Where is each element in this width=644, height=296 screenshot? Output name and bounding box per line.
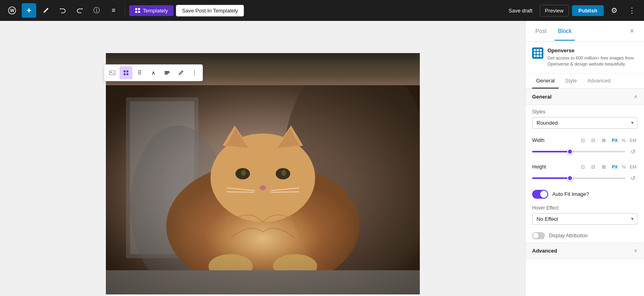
styles-select-wrapper: Rounded Square Circle <box>532 117 638 129</box>
width-slider[interactable] <box>532 151 625 152</box>
svg-rect-11 <box>126 73 128 75</box>
height-slider[interactable] <box>532 177 625 179</box>
hover-effect-select[interactable]: No Effect Fade Zoom Blur <box>532 213 638 225</box>
height-icon-2[interactable]: ⊟ <box>589 162 598 171</box>
width-row: Width ⊡ ⊟ ⊠ PX % EM ↺ <box>526 133 644 159</box>
settings-button[interactable]: ⚙ <box>607 3 621 18</box>
save-draft-button[interactable]: Save draft <box>505 5 537 16</box>
advanced-section-header[interactable]: Advanced ∨ <box>526 243 644 259</box>
width-units: PX % EM <box>611 138 638 143</box>
svg-text:W: W <box>10 8 14 13</box>
width-icon-1[interactable]: ⊡ <box>578 136 587 145</box>
height-icon-3[interactable]: ⊠ <box>599 162 608 171</box>
toolbar-divider <box>125 6 125 15</box>
image-container <box>106 53 420 294</box>
width-icon-2[interactable]: ⊟ <box>589 136 598 145</box>
auto-fit-row: Auto Fit Image? <box>526 186 644 203</box>
svg-rect-12 <box>165 71 169 72</box>
height-icons: ⊡ ⊟ ⊠ <box>578 162 608 171</box>
svg-rect-38 <box>106 85 420 294</box>
svg-rect-2 <box>135 8 137 10</box>
width-slider-row: ↺ <box>532 147 638 156</box>
pencil-button[interactable] <box>174 66 187 79</box>
sidebar-content: Openverse Get access to 600 million+ fre… <box>526 42 644 296</box>
advanced-section: Advanced ∨ <box>526 243 644 259</box>
save-templately-button[interactable]: Save Post In Templately <box>176 5 244 16</box>
cat-image[interactable] <box>106 85 420 294</box>
width-icon-3[interactable]: ⊠ <box>599 136 608 145</box>
styles-row: Styles Rounded Square Circle <box>526 105 644 133</box>
openverse-text: Openverse Get access to 600 million+ fre… <box>547 47 638 68</box>
move-up-button[interactable]: ∧ <box>147 66 160 79</box>
svg-rect-10 <box>124 73 126 75</box>
undo-button[interactable] <box>56 3 70 18</box>
advanced-tab-top[interactable]: Advanced <box>583 74 615 88</box>
post-tab[interactable]: Post <box>532 22 550 41</box>
openverse-promo: Openverse Get access to 600 million+ fre… <box>526 42 644 74</box>
openverse-icon <box>532 47 543 59</box>
general-section-header[interactable]: General ∧ <box>526 89 644 105</box>
sidebar: Post Block × <box>525 21 644 296</box>
general-tab[interactable]: General <box>532 74 559 88</box>
preview-button[interactable]: Preview <box>540 5 569 16</box>
add-block-button[interactable]: + <box>22 3 36 18</box>
dots-button[interactable]: ⠿ <box>133 66 146 79</box>
sidebar-close-button[interactable]: × <box>626 26 638 37</box>
publish-button[interactable]: Publish <box>572 5 604 16</box>
svg-rect-14 <box>165 74 168 74</box>
templately-button[interactable]: Templately <box>129 5 173 16</box>
attribution-toggle[interactable] <box>532 232 545 239</box>
styles-select[interactable]: Rounded Square Circle <box>532 117 638 129</box>
edit-button[interactable] <box>39 3 53 18</box>
main-area: ⠿ ∧ ⋮ <box>0 21 644 296</box>
height-reset-button[interactable]: ↺ <box>629 174 638 183</box>
svg-rect-5 <box>138 11 140 13</box>
width-unit-em[interactable]: EM <box>629 138 638 143</box>
general-chevron-icon: ∧ <box>634 94 638 99</box>
width-header: Width ⊡ ⊟ ⊠ PX % EM <box>532 136 638 145</box>
width-reset-button[interactable]: ↺ <box>629 147 638 156</box>
grid-view-button[interactable] <box>120 66 132 79</box>
height-row: Height ⊡ ⊟ ⊠ PX % EM ↺ <box>526 159 644 186</box>
editor-area: ⠿ ∧ ⋮ <box>0 21 525 296</box>
width-unit-px[interactable]: PX <box>611 138 619 143</box>
align-button[interactable] <box>161 66 173 79</box>
attribution-row: Display Attribution <box>526 229 644 243</box>
height-unit-px[interactable]: PX <box>611 164 619 170</box>
image-block-button[interactable] <box>106 66 119 79</box>
height-unit-percent[interactable]: % <box>621 164 627 170</box>
top-toolbar: W + ⓘ ≡ Templately Save Post In Template… <box>0 0 644 21</box>
block-tab[interactable]: Block <box>555 22 575 41</box>
list-view-button[interactable]: ≡ <box>106 3 121 18</box>
width-icons: ⊡ ⊟ ⊠ <box>578 136 608 145</box>
height-unit-em[interactable]: EM <box>629 164 638 170</box>
more-block-options-button[interactable]: ⋮ <box>188 66 201 79</box>
block-toolbar: ⠿ ∧ ⋮ <box>104 64 203 81</box>
height-icon-1[interactable]: ⊡ <box>578 162 587 171</box>
height-slider-row: ↺ <box>532 174 638 183</box>
style-tab[interactable]: Style <box>561 74 581 88</box>
width-unit-percent[interactable]: % <box>621 138 627 143</box>
hover-effect-row: Hover Effect No Effect Fade Zoom Blur <box>526 203 644 229</box>
wp-logo[interactable]: W <box>5 3 19 18</box>
block-settings-tabs: General Style Advanced <box>526 74 644 89</box>
svg-rect-8 <box>124 70 126 72</box>
auto-fit-toggle[interactable] <box>532 190 548 199</box>
height-units: PX % EM <box>611 164 638 170</box>
svg-rect-3 <box>138 8 140 10</box>
advanced-chevron-icon: ∨ <box>634 248 638 253</box>
more-options-button[interactable]: ⋮ <box>625 3 639 18</box>
svg-rect-4 <box>135 11 137 13</box>
redo-button[interactable] <box>72 3 87 18</box>
info-button[interactable]: ⓘ <box>89 3 104 18</box>
svg-rect-13 <box>165 72 169 73</box>
height-header: Height ⊡ ⊟ ⊠ PX % EM <box>532 162 638 171</box>
svg-rect-9 <box>126 70 128 72</box>
sidebar-header: Post Block × <box>526 21 644 42</box>
toolbar-right: Save draft Preview Publish ⚙ ⋮ <box>505 3 639 18</box>
hover-effect-select-wrapper: No Effect Fade Zoom Blur <box>532 213 638 225</box>
